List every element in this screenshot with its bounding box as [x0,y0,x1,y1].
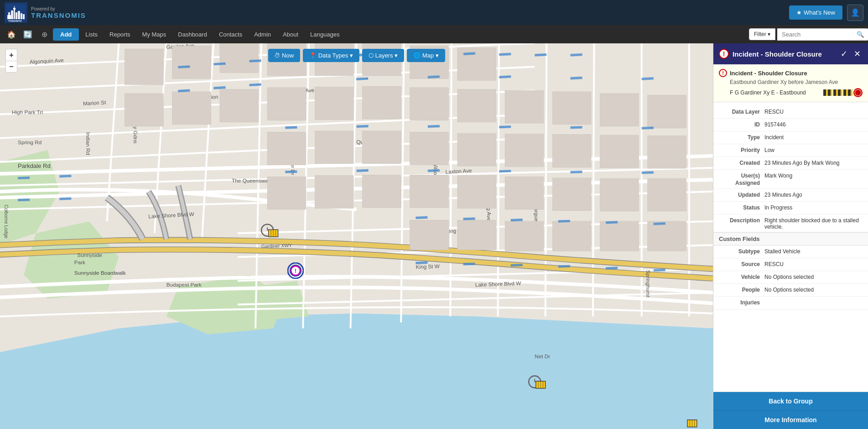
location-button[interactable]: ⊕ [36,26,52,42]
search-area: Filter ▾ 🔍 [749,28,864,41]
svg-rect-140 [285,126,297,129]
panel-alert-icon: ! [719,49,729,59]
layers-button[interactable]: ⬡ Layers ▾ [362,49,404,62]
subtype-value: Stalled Vehicle [764,247,863,255]
svg-text:Park: Park [74,259,85,265]
now-button[interactable]: ⏱ Now [268,49,300,62]
source-label: Source [719,260,764,267]
svg-rect-144 [570,126,582,129]
people-label: People [719,286,764,293]
zoom-out-button[interactable]: − [5,61,17,73]
nav-reports[interactable]: Reports [104,28,136,41]
svg-rect-150 [570,171,582,173]
svg-rect-105 [267,177,306,209]
svg-rect-151 [642,171,654,174]
data-types-button[interactable]: 📍 Data Types ▾ [303,49,359,62]
road-icon-1 [823,89,832,96]
svg-rect-106 [315,176,353,209]
road-info: F G Gardiner Xy E - Eastbound [730,88,863,97]
svg-rect-8 [16,12,17,19]
home-button[interactable]: 🏠 [4,26,19,42]
map-container[interactable]: ⏱ Now 📍 Data Types ▾ ⬡ Layers ▾ 🌐 Map ▾ … [0,43,713,429]
svg-rect-10 [21,13,22,19]
detail-row-description: Description Right shoulder blocked due t… [713,214,868,232]
road-icon-3 [843,89,852,96]
panel-collapse-button[interactable]: ✓ [839,48,849,60]
svg-rect-163 [654,269,665,272]
custom-fields-header: Custom Fields [713,232,868,246]
svg-rect-94 [600,94,639,126]
svg-rect-99 [410,132,449,165]
svg-rect-97 [315,131,353,164]
svg-rect-101 [505,134,544,167]
zoom-in-button[interactable]: + [5,49,17,61]
panel-close-button[interactable]: ✕ [852,48,863,60]
svg-text:TORONTO: TORONTO [8,20,22,22]
search-submit-button[interactable]: 🔍 [857,31,864,38]
user-profile-button[interactable]: 👤 [847,5,863,21]
refresh-button[interactable]: 🔄 [20,26,36,42]
more-information-button[interactable]: More Information [713,410,868,429]
incident-marker[interactable]: ! [287,262,304,279]
nav-contacts[interactable]: Contacts [213,28,248,41]
detail-row-users: User(s) Assigned Mark Wong [713,170,868,189]
svg-rect-3 [7,15,11,19]
people-value: No Options selected [764,286,863,293]
app-header: TORONTO Powered by TRANSNOMIS ★ What's N… [0,0,868,25]
svg-rect-76 [125,49,164,84]
search-input[interactable] [777,28,868,41]
svg-line-39 [546,43,547,316]
svg-rect-103 [600,135,639,168]
svg-rect-160 [511,264,523,267]
svg-rect-164 [18,177,30,179]
detail-row-updated: Updated 23 Minutes Ago [713,189,868,202]
svg-rect-148 [428,169,440,172]
nav-about[interactable]: About [277,28,304,41]
svg-rect-158 [416,262,428,264]
data-layer-value: RESCU [764,108,863,115]
type-value: Incident [764,133,863,141]
created-label: Created [719,159,764,166]
svg-line-38 [498,43,499,316]
road-icon-blocked [853,88,863,97]
svg-text:Parkdale Rd: Parkdale Rd [18,162,51,169]
filter-button[interactable]: Filter ▾ [749,28,775,40]
svg-text:Budapest Park: Budapest Park [166,282,202,288]
svg-rect-143 [499,126,511,128]
svg-rect-112 [600,178,639,211]
svg-rect-119 [648,221,686,251]
vehicle-value: No Options selected [764,273,863,280]
nav-languages[interactable]: Languages [305,28,345,41]
back-to-group-button[interactable]: Back to Group [713,392,868,410]
svg-rect-145 [642,126,654,129]
map-svg: Algonquin Ave Garden Ave Galley Ave Seaf… [0,43,713,429]
detail-row-subtype: Subtype Stalled Vehicle [713,246,868,258]
nav-admin[interactable]: Admin [249,28,276,41]
svg-text:Sunnyside: Sunnyside [77,252,102,258]
incident-exclamation-icon: ! [719,69,727,77]
svg-rect-78 [220,43,259,73]
header-actions: ★ What's New 👤 [789,5,863,21]
svg-rect-98 [363,131,401,164]
road-icons [823,88,863,97]
map-button[interactable]: 🌐 Map ▾ [407,49,445,62]
detail-row-created: Created 23 Minutes Ago By Mark Wong [713,157,868,170]
nav-dashboard[interactable]: Dashboard [172,28,213,41]
svg-rect-102 [552,135,591,167]
detail-row-status: Status In Progress [713,202,868,214]
panel-details[interactable]: Data Layer RESCU ID 9157446 Type Inciden… [713,102,868,392]
nav-lists[interactable]: Lists [80,28,103,41]
navigation-bar: 🏠 🔄 ⊕ Add Lists Reports My Maps Dashboar… [0,25,868,43]
nav-my-maps[interactable]: My Maps [137,28,172,41]
map-toolbar: ⏱ Now 📍 Data Types ▾ ⬡ Layers ▾ 🌐 Map ▾ [268,49,445,62]
add-button[interactable]: Add [53,28,79,41]
svg-rect-155 [558,220,570,223]
svg-rect-88 [315,87,353,120]
data-layer-label: Data Layer [719,108,764,115]
svg-text:Marion St: Marion St [83,99,107,106]
svg-rect-107 [363,175,401,208]
panel-title-area: ! Incident - Shoulder Closure [719,49,822,59]
whats-new-button[interactable]: ★ What's New [789,5,842,20]
panel-footer: Back to Group More Information [713,392,868,429]
svg-line-40 [593,43,594,316]
